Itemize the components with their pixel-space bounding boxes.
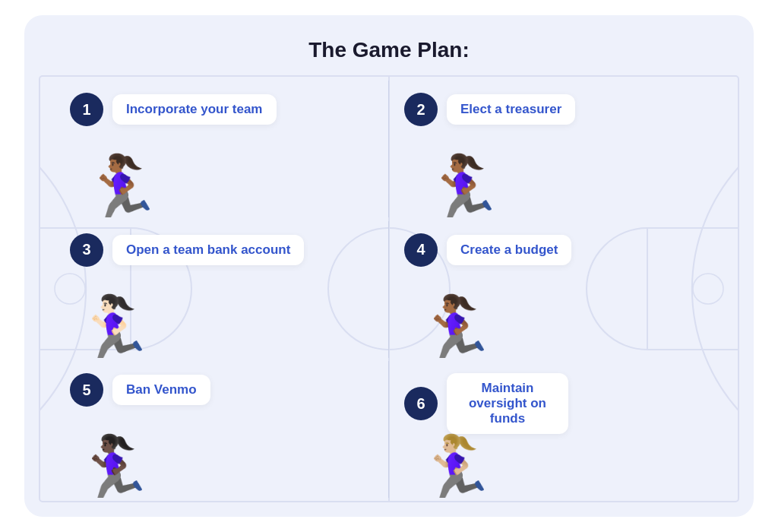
step-2-badge: 2 bbox=[404, 93, 438, 126]
step-6-label: Maintain oversight on funds bbox=[447, 373, 568, 434]
main-card: The Game Plan: 1 Incorporate your team 🏃… bbox=[24, 15, 754, 517]
step-3-badge: 3 bbox=[70, 233, 103, 267]
step-4-badge: 4 bbox=[404, 233, 438, 267]
step-2-cell: 2 Elect a treasurer 🏃🏾‍♀️ bbox=[389, 81, 723, 217]
step-6-badge: 6 bbox=[404, 387, 438, 420]
step-4-row: 4 Create a budget bbox=[404, 233, 708, 267]
step-6-cell: 6 Maintain oversight on funds 🏃🏼‍♀️ bbox=[389, 361, 723, 498]
step-1-cell: 1 Incorporate your team 🏃🏾‍♀️ bbox=[55, 81, 389, 217]
step-3-row: 3 Open a team bank account bbox=[70, 233, 373, 267]
step-6-row: 6 Maintain oversight on funds bbox=[404, 373, 708, 434]
step-1-badge: 1 bbox=[70, 93, 103, 126]
step-2-label: Elect a treasurer bbox=[447, 94, 575, 125]
player-5: 🏃🏿‍♀️ bbox=[70, 437, 155, 498]
steps-grid: 1 Incorporate your team 🏃🏾‍♀️ 2 Elect a … bbox=[55, 81, 723, 502]
step-5-label: Ban Venmo bbox=[112, 375, 210, 405]
player-6: 🏃🏼‍♀️ bbox=[412, 437, 497, 498]
step-1-label: Incorporate your team bbox=[112, 94, 277, 125]
page-title: The Game Plan: bbox=[308, 38, 470, 62]
step-3-cell: 3 Open a team bank account 🏃🏻‍♀️ bbox=[55, 221, 389, 358]
step-5-badge: 5 bbox=[70, 373, 103, 407]
step-3-label: Open a team bank account bbox=[112, 235, 304, 265]
player-1: 🏃🏾‍♀️ bbox=[77, 157, 163, 217]
step-4-label: Create a budget bbox=[447, 235, 571, 265]
player-4: 🏃🏾‍♀️ bbox=[412, 297, 497, 358]
step-5-cell: 5 Ban Venmo 🏃🏿‍♀️ bbox=[55, 361, 389, 498]
player-3: 🏃🏻‍♀️ bbox=[70, 297, 155, 358]
step-5-row: 5 Ban Venmo bbox=[70, 373, 373, 407]
step-4-cell: 4 Create a budget 🏃🏾‍♀️ bbox=[389, 221, 723, 358]
step-1-row: 1 Incorporate your team bbox=[70, 93, 373, 126]
player-2: 🏃🏾‍♀️ bbox=[419, 157, 504, 217]
step-2-row: 2 Elect a treasurer bbox=[404, 93, 708, 126]
